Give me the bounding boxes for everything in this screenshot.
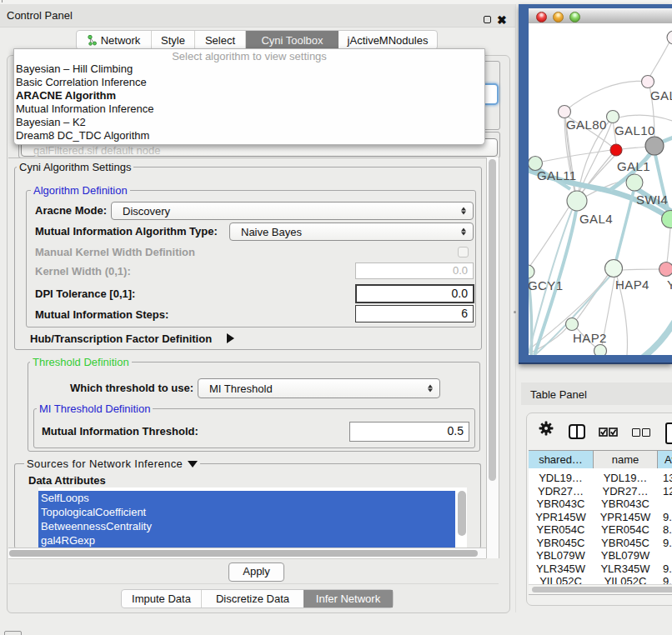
svg-text:GAL4: GAL4 bbox=[579, 212, 613, 226]
svg-text:SWI4: SWI4 bbox=[636, 192, 668, 207]
svg-text:HAP2: HAP2 bbox=[573, 331, 607, 345]
svg-text:HAP4: HAP4 bbox=[615, 278, 649, 292]
svg-text:GAL1: GAL1 bbox=[617, 159, 650, 173]
svg-text:YJ: YJ bbox=[667, 278, 672, 292]
svg-text:GAL80: GAL80 bbox=[566, 118, 607, 132]
svg-text:GCY1: GCY1 bbox=[529, 278, 563, 292]
svg-text:GAL3: GAL3 bbox=[650, 88, 672, 102]
svg-text:GAL10: GAL10 bbox=[614, 123, 655, 138]
svg-text:GAL11: GAL11 bbox=[537, 168, 577, 182]
